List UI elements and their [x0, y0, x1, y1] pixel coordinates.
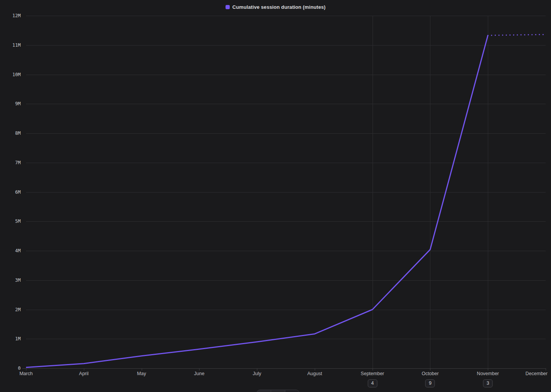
- annotation-badge[interactable]: 4: [368, 379, 377, 387]
- bottom-control-segment-button[interactable]: [285, 390, 299, 392]
- bottom-segmented-control: [257, 390, 299, 392]
- series-line-solid[interactable]: [26, 35, 488, 367]
- annotation-badge[interactable]: 9: [425, 379, 435, 387]
- series-line-projected-dotted[interactable]: [488, 34, 546, 35]
- bottom-control-segment-button[interactable]: [271, 390, 285, 392]
- annotation-badge[interactable]: 3: [483, 379, 493, 387]
- trends-line-chart: Cumulative session duration (minutes) 01…: [0, 0, 551, 392]
- series-line-svg[interactable]: [0, 0, 551, 392]
- bottom-control-segment-button[interactable]: [257, 390, 271, 392]
